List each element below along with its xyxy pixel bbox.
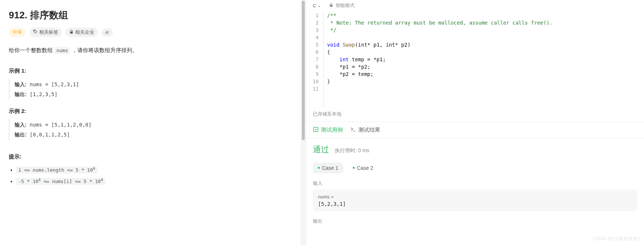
- tab-result[interactable]: 测试结果: [350, 127, 380, 134]
- difficulty-badge: 中等: [9, 28, 26, 37]
- editor-toolbar: C ⌄ 智能模式: [306, 0, 644, 11]
- runtime-label: 执行用时: 0 ms: [335, 147, 369, 154]
- hint-button[interactable]: Aⁱ: [101, 28, 113, 37]
- status-row: 通过 执行用时: 0 ms: [313, 144, 637, 155]
- related-companies-label: 相关企业: [75, 29, 94, 36]
- status-dot-icon: [353, 167, 355, 169]
- related-tags-button[interactable]: 相关标签: [29, 28, 62, 37]
- related-companies-button[interactable]: 相关企业: [66, 28, 98, 37]
- tab-testcase-label: 测试用例: [321, 127, 343, 134]
- result-tabs: 测试用例 测试结果: [306, 122, 644, 138]
- chevron-down-icon: ⌄: [318, 3, 321, 8]
- svg-rect-1: [314, 127, 318, 132]
- language-label: C: [313, 3, 316, 8]
- problem-tags: 中等 相关标签 相关企业 Aⁱ: [9, 28, 297, 37]
- hint-icon-label: Aⁱ: [105, 30, 109, 35]
- code-editor[interactable]: 1 2 3 4 5 6 7 8 9 10 11 /** * Note: The …: [306, 11, 644, 107]
- example-1-label: 示例 1:: [9, 67, 297, 74]
- example-1-block: 输入: nums = [5,2,3,1] 输出: [1,2,3,5]: [9, 79, 297, 100]
- related-tags-label: 相关标签: [39, 29, 58, 36]
- status-dot-icon: [318, 167, 320, 169]
- problem-panel: 912. 排序数组 中等 相关标签 相关企业 Aⁱ 给你一个整数数组 nums …: [0, 0, 306, 245]
- mode-indicator: 智能模式: [326, 2, 355, 9]
- input-label: 输入: [313, 180, 637, 187]
- case-1-label: Case 1: [322, 165, 338, 171]
- input-var: nums =: [318, 194, 632, 200]
- tab-result-label: 测试结果: [358, 127, 380, 134]
- case-tabs: Case 1 Case 2: [313, 162, 637, 173]
- terminal-icon: [350, 127, 356, 134]
- editor-panel: C ⌄ 智能模式 1 2 3 4 5 6 7 8 9 10 11 /** * N…: [306, 0, 644, 245]
- hint-item: 1 <= nums.length <= 5 * 104: [16, 166, 297, 172]
- lock-icon: [329, 3, 333, 8]
- language-selector[interactable]: C ⌄: [313, 3, 321, 8]
- hints-label: 提示:: [9, 153, 297, 160]
- hint-item: -5 * 104 <= nums[i] <= 5 * 104: [16, 178, 297, 184]
- problem-description: 给你一个整数数组 nums ，请你将该数组升序排列。: [9, 45, 297, 55]
- check-square-icon: [313, 127, 319, 134]
- mode-label: 智能模式: [336, 2, 355, 9]
- lock-icon: [69, 30, 74, 35]
- scrollbar-track: [301, 0, 306, 245]
- tab-testcase[interactable]: 测试用例: [313, 127, 343, 134]
- input-value: [5,2,3,1]: [318, 201, 632, 207]
- case-2-chip[interactable]: Case 2: [348, 162, 378, 173]
- tag-icon: [33, 29, 38, 35]
- result-body: 通过 执行用时: 0 ms Case 1 Case 2 输入 nums = [5…: [306, 138, 644, 245]
- example-2-label: 示例 2:: [9, 108, 297, 115]
- inline-code: nums: [54, 47, 70, 54]
- scrollbar-thumb[interactable]: [302, 1, 305, 140]
- case-2-label: Case 2: [357, 165, 373, 171]
- output-label: 输出: [313, 218, 637, 224]
- case-1-chip[interactable]: Case 1: [313, 162, 343, 173]
- code-lines: /** * Note: The returned array must be m…: [323, 12, 644, 107]
- example-2-block: 输入: nums = [5,1,1,2,0,0] 输出: [0,0,1,1,2,…: [9, 119, 297, 140]
- problem-title: 912. 排序数组: [9, 9, 297, 22]
- status-badge: 通过: [313, 144, 329, 155]
- hints-list: 1 <= nums.length <= 5 * 104 -5 * 104 <= …: [9, 166, 297, 184]
- save-status: 已存储至本地: [306, 107, 644, 122]
- line-gutter: 1 2 3 4 5 6 7 8 9 10 11: [306, 12, 323, 107]
- input-box: nums = [5,2,3,1]: [313, 190, 637, 211]
- svg-point-0: [34, 30, 35, 31]
